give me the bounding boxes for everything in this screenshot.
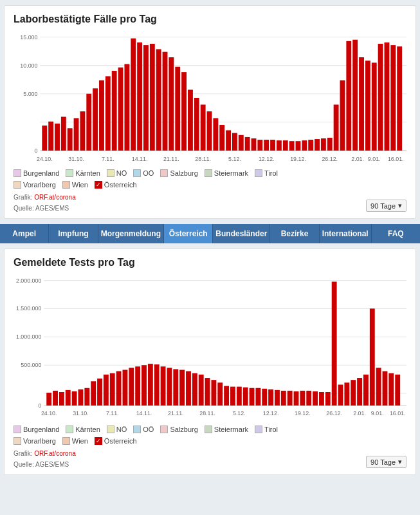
svg-rect-120: [237, 387, 242, 406]
chart2-legend-wien[interactable]: Wien: [62, 437, 88, 445]
chart2-panel: Gemeldete Tests pro Tag 2.000.000 1.500.…: [4, 248, 416, 475]
svg-text:9.01.: 9.01.: [368, 155, 381, 162]
chart2-source-link[interactable]: ORF.at/corona: [34, 450, 75, 457]
svg-rect-21: [118, 68, 123, 151]
svg-text:0: 0: [35, 147, 38, 154]
chart2-legend-salzburg[interactable]: Salzburg: [160, 426, 197, 433]
svg-rect-20: [112, 71, 117, 151]
svg-rect-45: [270, 140, 275, 151]
svg-rect-50: [302, 140, 307, 151]
svg-rect-131: [306, 391, 311, 406]
svg-rect-129: [294, 391, 299, 406]
svg-rect-11: [55, 124, 60, 151]
svg-rect-57: [346, 41, 351, 151]
legend-oesterreich[interactable]: ✓ Österreich: [95, 181, 137, 189]
legend-wien[interactable]: Wien: [62, 181, 88, 189]
chart2-legend-noe[interactable]: NÖ: [107, 426, 127, 433]
svg-rect-96: [84, 388, 89, 406]
svg-rect-48: [289, 141, 295, 151]
svg-text:7.11.: 7.11.: [102, 155, 114, 162]
nav-bezirke[interactable]: Bezirke: [270, 224, 319, 243]
svg-rect-34: [201, 105, 206, 151]
svg-rect-109: [167, 368, 172, 406]
svg-rect-46: [277, 140, 282, 151]
svg-rect-22: [124, 64, 129, 151]
svg-rect-55: [334, 105, 339, 151]
svg-rect-51: [308, 140, 313, 151]
chart2-legend: Burgenland Kärnten NÖ OÖ Salzburg Steier…: [14, 426, 406, 433]
chart1-quelle-line: Quelle: AGES/EMS: [14, 205, 76, 212]
nav-international[interactable]: International: [320, 224, 372, 243]
svg-rect-29: [169, 57, 174, 151]
svg-rect-107: [154, 364, 160, 406]
chart2-legend-tirol[interactable]: Tirol: [255, 426, 278, 433]
svg-rect-140: [363, 375, 369, 406]
navigation-bar: Ampel Impfung Morgenmeldung Österreich B…: [0, 224, 420, 243]
nav-morgenmeldung[interactable]: Morgenmeldung: [98, 224, 164, 243]
svg-rect-97: [91, 381, 96, 406]
chart2-grafik-line: Grafik: ORF.at/corona: [14, 450, 76, 457]
svg-rect-141: [370, 308, 375, 406]
chart1-source-link[interactable]: ORF.at/corona: [34, 194, 75, 201]
svg-text:21.11.: 21.11.: [163, 155, 179, 162]
svg-rect-104: [135, 366, 140, 406]
svg-text:15.000: 15.000: [20, 33, 37, 40]
nav-bundeslaender[interactable]: Bundesländer: [213, 224, 270, 243]
legend-vorarlberg[interactable]: Vorarlberg: [14, 181, 56, 189]
svg-rect-115: [205, 378, 210, 406]
svg-rect-124: [262, 389, 267, 406]
svg-rect-19: [105, 76, 111, 150]
svg-text:0: 0: [38, 402, 41, 409]
chart2-legend-oesterreich[interactable]: ✓ Österreich: [95, 437, 137, 445]
chart1-dropdown[interactable]: 90 Tage ▾: [366, 200, 406, 212]
svg-text:5.12.: 5.12.: [233, 409, 246, 416]
svg-text:19.12.: 19.12.: [295, 409, 311, 416]
legend-noe[interactable]: NÖ: [107, 169, 127, 177]
legend-steiermark[interactable]: Steiermark: [205, 169, 248, 177]
svg-rect-101: [116, 371, 122, 406]
chart2-legend-burgenland[interactable]: Burgenland: [14, 426, 59, 433]
legend-burgenland[interactable]: Burgenland: [14, 169, 59, 177]
svg-text:12.12.: 12.12.: [263, 409, 279, 416]
svg-rect-14: [74, 118, 79, 151]
svg-rect-39: [232, 133, 237, 151]
chart2-legend-steiermark[interactable]: Steiermark: [205, 426, 248, 433]
chart2-legend-vorarlberg[interactable]: Vorarlberg: [14, 437, 56, 445]
nav-faq[interactable]: FAQ: [372, 224, 420, 243]
svg-rect-139: [357, 378, 362, 406]
legend-salzburg[interactable]: Salzburg: [160, 169, 197, 177]
legend-tirol[interactable]: Tirol: [255, 169, 278, 177]
svg-rect-125: [268, 389, 273, 406]
chart1-svg: 15.000 10.000 5.000 0: [14, 30, 406, 165]
nav-oesterreich[interactable]: Österreich: [164, 224, 213, 243]
chart2-legend-kaernten[interactable]: Kärnten: [66, 426, 100, 433]
svg-rect-100: [110, 373, 115, 406]
chart2-legend-ooe[interactable]: OÖ: [133, 426, 154, 433]
legend-kaernten[interactable]: Kärnten: [66, 169, 100, 177]
svg-text:5.000: 5.000: [23, 91, 37, 97]
svg-rect-98: [97, 379, 102, 406]
svg-rect-130: [300, 391, 305, 406]
svg-rect-116: [211, 380, 216, 406]
chart2-dropdown[interactable]: 90 Tage ▾: [366, 456, 406, 468]
svg-rect-136: [338, 385, 343, 406]
svg-rect-103: [129, 368, 134, 406]
svg-rect-106: [148, 364, 153, 406]
nav-impfung[interactable]: Impfung: [49, 224, 98, 243]
nav-ampel[interactable]: Ampel: [0, 224, 49, 243]
svg-rect-64: [390, 45, 396, 151]
svg-rect-114: [199, 375, 204, 406]
svg-rect-145: [395, 375, 400, 406]
svg-rect-105: [142, 365, 147, 406]
chart2-title: Gemeldete Tests pro Tag: [14, 257, 406, 268]
svg-rect-37: [219, 125, 224, 151]
legend-ooe[interactable]: OÖ: [133, 169, 154, 177]
svg-text:19.12.: 19.12.: [290, 155, 306, 162]
svg-rect-28: [163, 52, 168, 151]
svg-rect-54: [327, 138, 333, 151]
svg-rect-99: [104, 375, 109, 406]
svg-rect-41: [245, 137, 250, 151]
svg-rect-49: [296, 141, 301, 151]
svg-rect-38: [226, 130, 231, 151]
svg-rect-142: [376, 368, 381, 406]
